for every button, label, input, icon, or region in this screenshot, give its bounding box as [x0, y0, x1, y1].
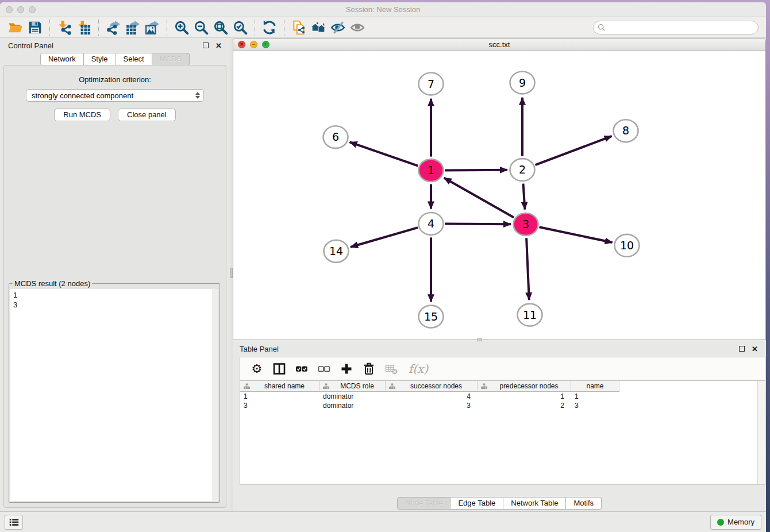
memory-status-icon — [717, 519, 724, 526]
tab-mcds[interactable]: MCDS — [152, 53, 190, 65]
graph-edge-1-2[interactable] — [445, 170, 507, 171]
network-title: scc.txt — [233, 38, 765, 51]
table-cell: dominator — [319, 392, 386, 400]
graph-node-1[interactable]: 1 — [419, 159, 444, 182]
graph-node-9[interactable]: 9 — [510, 71, 535, 94]
export-network-icon — [106, 20, 121, 35]
search-input[interactable] — [606, 22, 758, 33]
svg-text:7: 7 — [428, 78, 434, 90]
import-table-button[interactable] — [74, 18, 94, 37]
maximize-window-button[interactable] — [29, 6, 36, 13]
network-close-button[interactable]: ✕ — [238, 41, 245, 48]
zoom-out-button[interactable] — [191, 18, 211, 37]
select-all-columns-button[interactable] — [295, 362, 309, 376]
export-network-button[interactable] — [103, 18, 123, 37]
node-table: shared nameMCDS rolesuccessor nodesprede… — [240, 380, 765, 485]
horizontal-splitter-grip[interactable] — [477, 338, 482, 341]
table-row[interactable]: 3dominator323 — [240, 401, 619, 410]
float-panel-button[interactable] — [203, 43, 209, 48]
table-settings-button[interactable]: ⚙ — [250, 362, 264, 376]
table-scrollbar[interactable] — [757, 381, 765, 484]
home-button[interactable] — [309, 18, 328, 37]
refresh-button[interactable] — [260, 18, 279, 37]
graph-node-8[interactable]: 8 — [614, 119, 638, 142]
import-network-button[interactable] — [55, 18, 74, 37]
memory-label: Memory — [727, 518, 754, 526]
tab-select[interactable]: Select — [116, 53, 152, 65]
svg-text:9: 9 — [519, 76, 526, 89]
network-minimize-button[interactable]: – — [250, 41, 257, 48]
graph-edge-4-3[interactable] — [445, 224, 511, 225]
graph-node-14[interactable]: 14 — [324, 240, 349, 263]
minimize-window-button[interactable] — [17, 6, 24, 13]
run-mcds-button[interactable]: Run MCDS — [54, 109, 110, 121]
graph-edge-3-10[interactable] — [540, 227, 613, 242]
column-header-shared-name[interactable]: shared name — [240, 381, 319, 391]
graph-node-2[interactable]: 2 — [510, 159, 535, 181]
column-header-name[interactable]: name — [571, 381, 619, 391]
fx-icon: f(x) — [409, 362, 428, 376]
column-header-predecessor-nodes[interactable]: predecessor nodes — [478, 381, 571, 391]
deselect-all-columns-button[interactable] — [317, 362, 331, 376]
create-column-button[interactable] — [340, 362, 353, 376]
result-scrollbar[interactable] — [212, 289, 218, 501]
table-float-button[interactable] — [739, 346, 745, 352]
graph-node-3[interactable]: 3 — [514, 213, 538, 236]
optimization-select[interactable]: strongly connected component — [26, 89, 204, 102]
export-table-button[interactable] — [123, 18, 143, 37]
graph-node-4[interactable]: 4 — [419, 213, 444, 235]
close-panel-button[interactable]: ✕ — [215, 41, 222, 50]
svg-text:1: 1 — [428, 164, 434, 176]
graph-edge-3-11[interactable] — [526, 238, 529, 300]
table-tabs: Node TableEdge TableNetwork TableMotifs — [397, 497, 602, 510]
graph-node-7[interactable]: 7 — [419, 72, 444, 95]
optimization-label: Optimization criterion: — [4, 75, 226, 84]
memory-button[interactable]: Memory — [710, 515, 761, 530]
network-maximize-button[interactable]: + — [262, 41, 270, 48]
import-network-icon — [57, 20, 72, 35]
export-image-button[interactable] — [143, 18, 162, 37]
tab-motifs[interactable]: Motifs — [566, 497, 602, 510]
table-row[interactable]: 1dominator411 — [240, 392, 619, 401]
task-history-button[interactable] — [5, 515, 23, 530]
hide-panels-button[interactable] — [328, 18, 348, 37]
open-session-button[interactable] — [6, 18, 25, 37]
graph-edge-2-8[interactable] — [536, 136, 612, 165]
column-header-MCDS-role[interactable]: MCDS role — [319, 381, 386, 391]
graph-node-15[interactable]: 15 — [419, 306, 444, 328]
svg-text:15: 15 — [424, 310, 438, 323]
close-panel-button-2[interactable]: Close panel — [118, 109, 176, 121]
show-column-panel-button[interactable] — [272, 362, 286, 376]
close-window-button[interactable] — [6, 6, 13, 13]
mcds-result-list[interactable]: 13 — [10, 289, 218, 501]
tab-network-table[interactable]: Network Table — [503, 497, 566, 510]
graph-node-6[interactable]: 6 — [324, 126, 348, 148]
zoom-selected-button[interactable] — [230, 18, 250, 37]
column-header-successor-nodes[interactable]: successor nodes — [386, 381, 478, 391]
zoom-in-button[interactable] — [172, 18, 191, 37]
refresh-icon — [262, 20, 277, 35]
main-toolbar — [0, 17, 766, 38]
svg-text:6: 6 — [332, 130, 339, 143]
graph-node-10[interactable]: 10 — [615, 234, 640, 257]
tab-network[interactable]: Network — [40, 53, 84, 65]
function-builder-button: f(x) — [407, 362, 430, 376]
delete-column-button[interactable] — [362, 362, 376, 376]
zoom-fit-button[interactable] — [211, 18, 230, 37]
graph-edge-4-14[interactable] — [351, 228, 418, 247]
graph-edge-1-6[interactable] — [350, 142, 418, 165]
table-close-button[interactable]: ✕ — [752, 345, 758, 353]
table-cell: 1 — [571, 392, 619, 400]
tab-style[interactable]: Style — [84, 53, 116, 65]
preview-button[interactable] — [348, 18, 367, 37]
save-session-button[interactable] — [25, 18, 45, 37]
network-canvas[interactable]: 1234678910111415 — [233, 51, 765, 340]
duplicate-network-button[interactable] — [289, 18, 309, 37]
tab-node-table[interactable]: Node Table — [397, 497, 451, 510]
splitter-grip[interactable] — [230, 268, 233, 278]
graph-edge-2-3[interactable] — [523, 184, 525, 210]
graph-node-11[interactable]: 11 — [518, 304, 542, 326]
control-panel-tabs: NetworkStyleSelectMCDS — [0, 53, 230, 65]
graph-edge-3-1[interactable] — [444, 178, 514, 217]
tab-edge-table[interactable]: Edge Table — [451, 497, 503, 510]
